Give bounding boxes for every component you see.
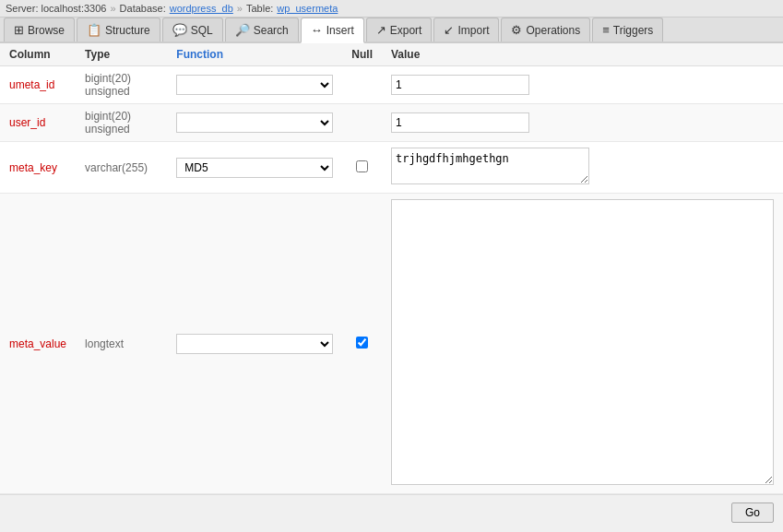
meta-key-value-textarea[interactable]: trjhgdfhjmhgethgn — [391, 148, 589, 184]
tab-sql-label: SQL — [191, 24, 213, 37]
row-meta-key-column: meta_key — [0, 142, 76, 194]
row-user-id-column: user_id — [0, 104, 76, 142]
row-umeta-id-func: MD5 NOW — [167, 66, 342, 104]
umeta-id-value-input[interactable] — [391, 75, 529, 95]
meta-value-function-select[interactable]: MD5 NOW — [176, 334, 333, 354]
table-row: meta_key varchar(255) MD5 SHA1 NOW trjhg… — [0, 142, 783, 194]
tab-structure-label: Structure — [105, 24, 150, 37]
row-meta-key-null — [342, 142, 382, 194]
tab-import[interactable]: ↙ Import — [433, 18, 499, 41]
tab-search-label: Search — [254, 24, 289, 37]
table-row: user_id bigint(20) unsigned MD5 NOW — [0, 104, 783, 142]
row-user-id-null — [342, 104, 382, 142]
meta-value-value-textarea[interactable] — [391, 199, 774, 485]
row-meta-value-func: MD5 NOW — [167, 194, 342, 494]
insert-table: Column Type Function Null Value umeta_id… — [0, 43, 783, 494]
breadcrumb-table: Table: — [246, 3, 273, 14]
triggers-icon: ≡ — [602, 23, 610, 37]
tab-export-label: Export — [390, 24, 422, 37]
import-icon: ↙ — [444, 23, 454, 37]
table-row: meta_value longtext MD5 NOW — [0, 194, 783, 494]
row-meta-key-type: varchar(255) — [76, 142, 167, 194]
structure-icon: 📋 — [87, 23, 101, 37]
header-type: Type — [76, 43, 167, 66]
main-content: Column Type Function Null Value umeta_id… — [0, 43, 783, 494]
header-value: Value — [382, 43, 783, 66]
tab-export[interactable]: ↗ Export — [366, 18, 433, 41]
sql-icon: 💬 — [172, 23, 187, 37]
operations-icon: ⚙ — [511, 23, 522, 37]
row-meta-key-func: MD5 SHA1 NOW — [167, 142, 342, 194]
breadcrumb: Server: localhost:3306 » Database: wordp… — [0, 0, 783, 18]
row-meta-value-column: meta_value — [0, 194, 76, 494]
row-meta-value-null — [342, 194, 382, 494]
row-meta-value-type: longtext — [76, 194, 167, 494]
tab-operations[interactable]: ⚙ Operations — [501, 18, 590, 41]
insert-icon: ↔ — [311, 23, 323, 37]
tab-browse[interactable]: ⊞ Browse — [4, 18, 75, 41]
user-id-function-select[interactable]: MD5 NOW — [176, 112, 333, 133]
meta-key-null-checkbox[interactable] — [356, 160, 368, 172]
tab-search[interactable]: 🔎 Search — [225, 18, 299, 41]
row-meta-value-value — [382, 194, 783, 494]
tab-import-label: Import — [457, 24, 489, 37]
breadcrumb-database: Database: — [120, 3, 166, 14]
export-icon: ↗ — [376, 23, 386, 37]
header-null: Null — [342, 43, 382, 66]
tab-sql[interactable]: 💬 SQL — [162, 18, 223, 41]
tab-operations-label: Operations — [526, 24, 580, 37]
breadcrumb-server: Server: localhost:3306 — [6, 3, 106, 14]
search-icon: 🔎 — [235, 23, 250, 37]
table-row: umeta_id bigint(20) unsigned MD5 NOW — [0, 66, 783, 104]
header-function: Function — [167, 43, 342, 66]
tab-bar: ⊞ Browse 📋 Structure 💬 SQL 🔎 Search ↔ In… — [0, 18, 783, 43]
meta-key-function-select[interactable]: MD5 SHA1 NOW — [176, 158, 333, 178]
user-id-value-input[interactable] — [391, 112, 529, 133]
breadcrumb-table-link[interactable]: wp_usermeta — [277, 3, 338, 14]
tab-triggers[interactable]: ≡ Triggers — [592, 18, 663, 41]
row-umeta-id-null — [342, 66, 382, 104]
tab-triggers-label: Triggers — [613, 24, 654, 37]
go-button[interactable]: Go — [731, 502, 774, 523]
breadcrumb-sep1: » — [110, 3, 115, 14]
row-user-id-func: MD5 NOW — [167, 104, 342, 142]
header-column: Column — [0, 43, 76, 66]
bottom-bar: Go — [0, 494, 783, 530]
tab-browse-label: Browse — [28, 24, 65, 37]
browse-icon: ⊞ — [14, 23, 24, 37]
row-user-id-value — [382, 104, 783, 142]
tab-insert-label: Insert — [326, 24, 354, 37]
row-umeta-id-value — [382, 66, 783, 104]
row-meta-key-value: trjhgdfhjmhgethgn — [382, 142, 783, 194]
umeta-id-function-select[interactable]: MD5 NOW — [176, 75, 333, 95]
meta-value-null-checkbox[interactable] — [356, 337, 368, 349]
breadcrumb-sep2: » — [237, 3, 243, 14]
row-user-id-type: bigint(20) unsigned — [76, 104, 167, 142]
row-umeta-id-type: bigint(20) unsigned — [76, 66, 167, 104]
row-umeta-id-column: umeta_id — [0, 66, 76, 104]
breadcrumb-db-link[interactable]: wordpress_db — [170, 3, 233, 14]
tab-insert[interactable]: ↔ Insert — [301, 18, 364, 43]
tab-structure[interactable]: 📋 Structure — [77, 18, 160, 41]
